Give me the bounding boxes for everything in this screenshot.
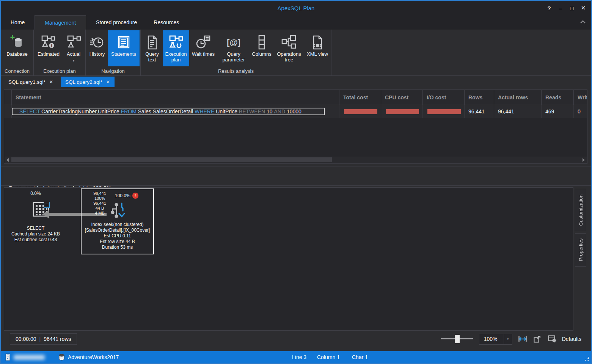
zoom-dropdown-icon[interactable]: ▾ (504, 334, 512, 344)
query-cost-section: Query cost (relative to the batch): 100.… (1, 166, 591, 186)
ribbon-group-connection: Database Connection (1, 30, 34, 75)
column-header-reads[interactable]: Reads (542, 90, 574, 105)
help-button[interactable]: ? (543, 2, 555, 14)
execution-plan-button[interactable]: Execution plan (163, 30, 189, 66)
scroll-left-arrow[interactable] (5, 157, 11, 163)
tab-sql-query1[interactable]: SQL query1.sql* ✕ (4, 77, 58, 87)
zoom-level-combo[interactable]: 100% ▾ (479, 334, 512, 345)
scrollbar-thumb[interactable] (11, 157, 332, 162)
select-node-subtree-cost: Est subtree cost 0.43 (7, 237, 64, 243)
statement-cell[interactable]: SELECT CarrierTrackingNumber,UnitPrice F… (12, 108, 325, 115)
database-add-icon (9, 34, 25, 51)
reads-cell: 469 (542, 105, 574, 118)
ribbon-collapse-button[interactable] (580, 19, 586, 25)
column-header-statement[interactable]: Statement (12, 90, 339, 105)
fit-to-width-button[interactable] (518, 334, 527, 344)
column-header-rows[interactable]: Rows (465, 90, 494, 105)
seek-node-details: Index seek(non clustered) [SalesOrderDet… (82, 222, 153, 250)
defaults-button[interactable]: Defaults (562, 336, 581, 342)
title-bar: ApexSQL Plan ? – □ ✕ (1, 1, 591, 15)
scroll-right-arrow[interactable] (581, 157, 587, 163)
columns-button[interactable]: Columns (250, 30, 273, 66)
actual-size-button[interactable] (533, 334, 542, 344)
estimated-plan-button[interactable]: i Estimated (35, 30, 63, 66)
cpu-cost-cell (381, 105, 423, 118)
tab-sql-query2[interactable]: SQL query2.sql* ✕ (61, 77, 115, 87)
database-name: AdventureWorks2017 (68, 351, 119, 363)
column-header-io-cost[interactable]: I/O cost (423, 90, 465, 105)
close-button[interactable]: ✕ (578, 2, 589, 14)
menu-management[interactable]: Management (35, 15, 86, 30)
horizontal-scrollbar[interactable] (5, 157, 587, 163)
actual-plan-button[interactable]: Actual ▾ (63, 30, 85, 66)
column-header-writes[interactable]: Writes (574, 90, 587, 105)
column-indicator: Column 1 (317, 351, 340, 363)
apexsql-plan-window: { "window": { "title": "ApexSQL Plan" },… (0, 0, 592, 364)
xml-view-icon (309, 34, 325, 51)
index-seek-icon (110, 201, 126, 221)
menu-home[interactable]: Home (4, 15, 31, 30)
actual-dropdown-icon[interactable]: ▾ (73, 58, 75, 64)
actual-rows-cell: 96,441 (494, 105, 542, 118)
actual-size-icon (534, 335, 541, 343)
database-button[interactable]: Database (2, 30, 33, 66)
view-settings-button[interactable] (548, 334, 557, 344)
execution-plan-diagram: 0.0% – SELECT Cached plan size 24 KB Est… (4, 187, 573, 331)
column-header-total-cost[interactable]: Total cost (339, 90, 381, 105)
row-count: 96441 rows (44, 336, 71, 342)
wait-times-icon (195, 34, 211, 51)
writes-cell: 0 (574, 105, 587, 118)
index-seek-node[interactable]: 96,441 100% 96,441 44 B 4 MB 100.0% ! (81, 188, 154, 254)
tab-customization[interactable]: Customization (575, 189, 586, 231)
query-parameter-button[interactable]: [@] Query parameter (217, 30, 250, 66)
tab-properties[interactable]: Properties (575, 233, 586, 267)
group-label-results-analysis: Results analysis (141, 66, 331, 75)
select-node-cached-plan-size: Cached plan size 24 KB (7, 231, 64, 237)
zoom-slider[interactable] (441, 334, 473, 344)
wait-times-button[interactable]: Wait times (189, 30, 217, 66)
ribbon-group-execution-plan: i Estimated Actual ▾ (34, 30, 86, 75)
group-label-execution-plan: Execution plan (34, 66, 85, 75)
operations-tree-button[interactable]: Operations tree (273, 30, 305, 66)
actual-plan-icon (66, 34, 82, 51)
history-button[interactable]: History (86, 30, 108, 66)
select-node-percent: 0.0% (7, 191, 64, 196)
total-cost-bar (344, 109, 377, 114)
group-label-navigation: Navigation (86, 66, 140, 75)
io-cost-cell (423, 105, 465, 118)
resize-grip[interactable] (585, 356, 589, 362)
query-text-icon (144, 34, 160, 51)
column-header-actual-rows[interactable]: Actual rows (494, 90, 542, 105)
statements-button[interactable]: Statements (108, 30, 140, 66)
maximize-button[interactable]: □ (566, 2, 578, 14)
zoom-slider-thumb[interactable] (455, 335, 460, 343)
plan-toolbar: 00:00:00 | 96441 rows 100% ▾ (4, 331, 587, 347)
statement-row[interactable]: SELECT CarrierTrackingNumber,UnitPrice F… (4, 105, 587, 118)
menu-bar: Home Management Stored procedure Resourc… (1, 15, 591, 30)
char-indicator: Char 1 (352, 351, 368, 363)
menu-stored-procedure[interactable]: Stored procedure (89, 15, 144, 30)
fit-width-icon (518, 336, 527, 342)
server-name-redacted (14, 355, 45, 360)
zoom-level-value: 100% (479, 336, 504, 342)
collapse-node-button[interactable]: – (44, 202, 50, 208)
column-header-cpu-cost[interactable]: CPU cost (381, 90, 423, 105)
estimated-plan-icon: i (41, 34, 57, 51)
tab-close-icon[interactable]: ✕ (49, 79, 53, 85)
menu-resources[interactable]: Resources (147, 15, 186, 30)
minimize-button[interactable]: – (555, 2, 566, 14)
query-text-button[interactable]: Query text (141, 30, 163, 66)
xml-view-button[interactable]: XML view (305, 30, 330, 66)
ribbon-group-navigation: History Statements Navigation (86, 30, 141, 75)
statements-icon (116, 34, 132, 51)
tab-close-icon[interactable]: ✕ (106, 79, 110, 85)
warning-icon: ! (132, 193, 138, 199)
group-label-connection: Connection (1, 66, 33, 75)
query-parameter-icon: [@] (226, 34, 242, 51)
document-tab-bar: SQL query1.sql* ✕ SQL query2.sql* ✕ (1, 76, 591, 87)
select-node[interactable]: 0.0% – SELECT Cached plan size 24 KB Est… (7, 191, 64, 243)
elapsed-time: 00:00:00 (16, 336, 36, 342)
ribbon-group-results-analysis: Query text Execution plan (141, 30, 331, 75)
svg-text:i: i (51, 44, 52, 48)
line-indicator: Line 3 (292, 351, 306, 363)
